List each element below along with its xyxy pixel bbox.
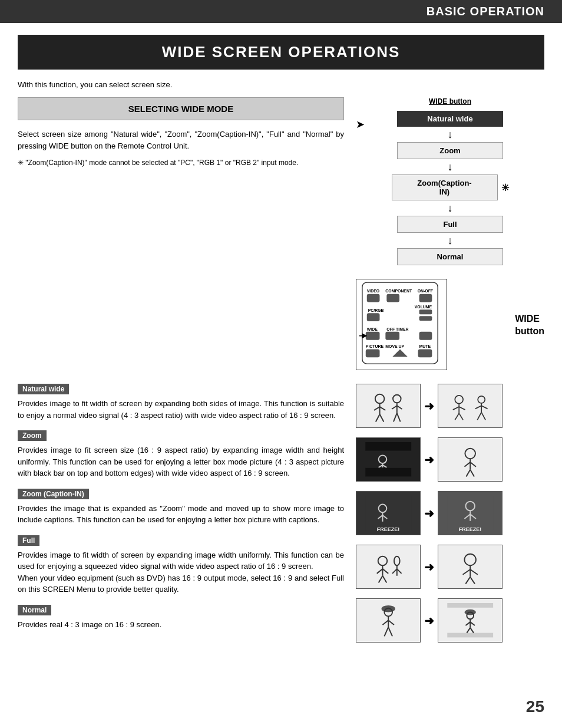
svg-line-35 [397,413,401,422]
arrow-normal: ➜ [424,614,434,628]
remote-svg: VIDEO COMPONENT ON-OFF PC/RGB VOLUME [356,279,509,372]
svg-rect-48 [365,442,411,451]
img-pair-full: ➜ [356,545,544,589]
left-arrow: ➤ [356,118,365,131]
wide-button-label: WIDE button [429,97,471,106]
img-after-zoom [438,437,503,482]
img-pair-zoom: ➜ [356,437,544,482]
svg-line-59 [470,470,474,477]
selecting-description: Select screen size among "Natural wide",… [18,129,344,151]
img-pair-normal: ➜ [356,598,544,643]
img-before-full [356,545,421,589]
desc-full: Provides image to fit width of screen by… [18,549,344,595]
section-zoom: Zoom Provides image to fit screen size (… [18,430,344,479]
img-before-zoom [356,437,421,482]
svg-line-101 [470,628,474,633]
svg-line-47 [481,413,485,420]
svg-line-79 [397,569,402,574]
svg-point-54 [465,449,475,459]
svg-line-73 [382,569,388,574]
arrow-2: ↓ [448,162,453,172]
svg-line-33 [397,406,402,409]
page-title: WIDE SCREEN OPERATIONS [18,35,544,70]
mode-box-natural-wide: Natural wide [397,111,503,127]
label-natural-wide: Natural wide [18,384,69,394]
remote-area: VIDEO COMPONENT ON-OFF PC/RGB VOLUME [356,279,544,372]
svg-line-57 [470,462,476,467]
arrow-natural-wide: ➜ [424,399,434,413]
svg-rect-4 [367,294,380,302]
desc-zoom: Provides image to fit screen size (16 : … [18,444,344,479]
svg-line-34 [394,413,397,422]
svg-line-41 [459,413,463,420]
svg-rect-60 [365,496,411,530]
mode-box-full: Full [397,216,503,233]
svg-line-26 [374,407,380,410]
asterisk-note: ✳ "Zoom(Caption-IN)" mode cannot be sele… [18,157,344,168]
svg-text:VOLUME: VOLUME [415,305,432,309]
header-title: BASIC OPERATION [427,5,544,18]
section-normal: Normal Provides real 4 : 3 image on 16 :… [18,605,344,631]
svg-line-45 [481,406,487,409]
svg-text:ON-OFF: ON-OFF [418,289,433,293]
intro-text: With this function, you can select scree… [18,80,544,89]
svg-text:OFF TIMER: OFF TIMER [386,327,408,331]
mode-box-zoom-caption: Zoom(Caption-IN) [392,174,498,200]
freeze-label-after: FREEZE! [438,526,502,532]
label-full: Full [18,535,39,546]
svg-point-50 [378,456,386,464]
img-pair-natural-wide: ➜ [356,384,544,428]
svg-line-38 [453,407,459,410]
svg-line-99 [470,622,475,625]
sections-right: ➜ [356,384,544,652]
svg-line-83 [470,569,478,575]
wide-label: WIDEbutton [515,313,544,338]
arrow-zoom: ➜ [424,453,434,467]
svg-point-24 [375,394,385,404]
svg-rect-16 [385,332,399,340]
svg-point-76 [394,556,400,566]
svg-line-39 [459,407,465,410]
svg-rect-9 [367,313,380,321]
wide-diagram: WIDE button Natural wide ↓ Zoom ↓ Zoom(C… [356,97,544,267]
svg-line-89 [382,620,388,625]
img-before-normal [356,598,421,643]
svg-text:VIDEO: VIDEO [367,289,380,293]
svg-line-29 [379,414,384,422]
svg-rect-94 [447,633,493,638]
svg-line-40 [455,413,459,420]
img-pair-zoom-caption: FREEZE! ➜ FREEZE! [356,491,544,535]
svg-line-82 [462,569,470,575]
svg-rect-5 [386,294,399,302]
arrow-4: ↓ [448,235,453,246]
section-natural-wide: Natural wide Provides image to fit width… [18,384,344,421]
svg-line-84 [465,577,470,584]
img-after-normal [438,598,503,643]
img-after-zoom-caption: FREEZE! [438,491,503,535]
mode-box-normal: Normal [397,248,503,265]
svg-rect-49 [365,468,411,477]
img-before-natural-wide [356,384,421,428]
svg-line-27 [379,407,385,410]
svg-point-80 [464,554,475,565]
svg-line-85 [470,577,475,584]
svg-text:MOVE UP: MOVE UP [385,344,404,348]
header-bar: BASIC OPERATION [0,0,562,23]
svg-line-98 [465,622,470,625]
sections-left: Natural wide Provides image to fit width… [18,384,344,652]
svg-line-44 [475,406,481,409]
svg-line-100 [467,628,470,633]
svg-rect-23 [418,349,432,357]
desc-zoom-caption: Provides the image that is expanded as "… [18,503,344,526]
img-after-full [438,545,503,589]
desc-natural-wide: Provides image to fit width of screen by… [18,398,344,421]
svg-line-78 [392,569,397,574]
svg-rect-11 [419,316,432,321]
arrow-full: ➜ [424,560,434,574]
desc-normal: Provides real 4 : 3 image on 16 : 9 scre… [18,619,344,631]
svg-rect-21 [366,349,380,357]
svg-text:PC/RGB: PC/RGB [368,308,384,312]
label-normal: Normal [18,605,51,615]
svg-line-53 [382,465,386,467]
svg-line-90 [388,620,394,625]
